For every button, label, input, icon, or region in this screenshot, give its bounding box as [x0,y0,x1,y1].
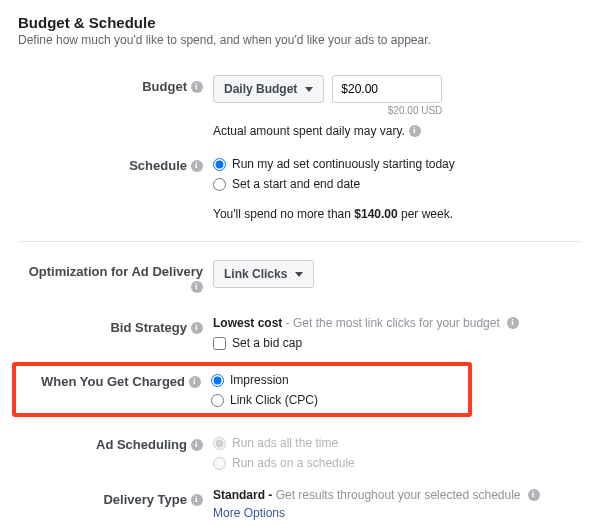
budget-usd-note: $20.00 USD [388,105,442,116]
info-icon[interactable] [507,317,519,329]
budget-type-dropdown[interactable]: Daily Budget [213,75,324,103]
charge-cpc-radio[interactable]: Link Click (CPC) [211,393,462,407]
optimization-dropdown[interactable]: Link Clicks [213,260,314,288]
budget-amount-input[interactable] [332,75,442,103]
schedule-continuous-radio[interactable]: Run my ad set continuously starting toda… [213,157,582,171]
section-subtitle: Define how much you'd like to spend, and… [18,33,582,47]
more-options-link[interactable]: More Options [213,506,285,520]
delivery-type-label: Delivery Type [18,486,213,507]
delivery-type-value: Standard - Get results throughout your s… [213,488,582,502]
bid-cap-checkbox[interactable]: Set a bid cap [213,336,582,350]
bid-strategy-label: Bid Strategy [18,314,213,335]
chevron-down-icon [295,272,303,277]
section-title: Budget & Schedule [18,14,582,31]
schedule-range-radio[interactable]: Set a start and end date [213,177,582,191]
schedule-label: Schedule [18,152,213,173]
info-icon[interactable] [409,125,421,137]
info-icon[interactable] [191,281,203,293]
optimization-label: Optimization for Ad Delivery [18,258,213,294]
info-icon[interactable] [189,376,201,388]
weekly-spend-note: You'll spend no more than $140.00 per we… [213,207,582,221]
charge-label: When You Get Charged [16,370,211,409]
ad-scheduling-all-radio: Run ads all the time [213,436,582,450]
ad-scheduling-label: Ad Scheduling [18,431,213,452]
charge-impression-radio[interactable]: Impression [211,373,462,387]
info-icon[interactable] [191,160,203,172]
info-icon[interactable] [191,439,203,451]
budget-label: Budget [18,73,213,94]
ad-scheduling-schedule-radio: Run ads on a schedule [213,456,582,470]
info-icon[interactable] [191,81,203,93]
chevron-down-icon [305,87,313,92]
divider [18,241,582,242]
info-icon[interactable] [191,494,203,506]
budget-vary-note: Actual amount spent daily may vary. [213,124,582,138]
info-icon[interactable] [191,322,203,334]
bid-strategy-value: Lowest cost - Get the most link clicks f… [213,316,582,330]
info-icon[interactable] [528,489,540,501]
charge-highlight-box: When You Get Charged Impression Link Cli… [12,362,472,417]
